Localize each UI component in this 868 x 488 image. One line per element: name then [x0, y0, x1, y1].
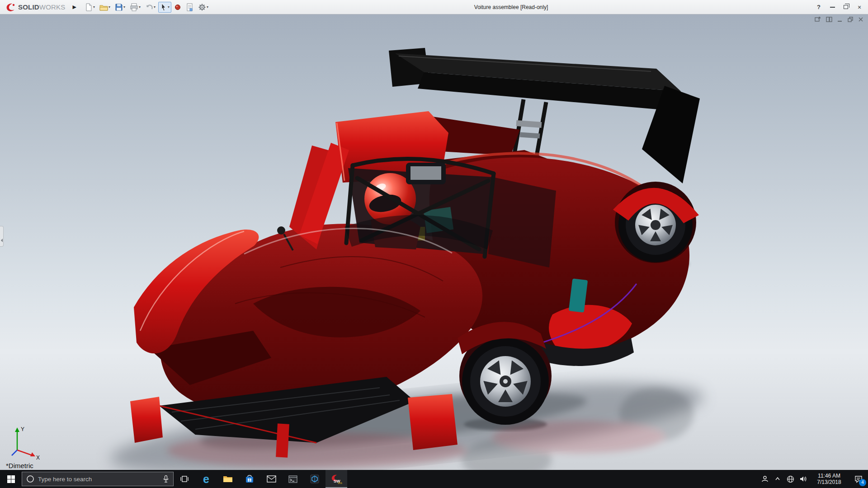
close-button[interactable]: ×: [853, 1, 866, 13]
file-explorer-icon: [223, 475, 233, 483]
search-input[interactable]: [38, 476, 159, 483]
show-hidden-icons-button[interactable]: [771, 470, 784, 488]
tile-window-icon: [826, 17, 832, 22]
dropdown-caret[interactable]: ▾: [154, 5, 156, 9]
cortana-icon: [26, 475, 34, 483]
view-orientation-label: *Dimetric: [6, 462, 33, 469]
select-button[interactable]: ▾: [158, 2, 171, 13]
dropdown-caret[interactable]: ▾: [168, 5, 170, 9]
network-button[interactable]: [784, 470, 797, 488]
console-window-icon: [288, 475, 297, 483]
taskbar-app-console[interactable]: [282, 470, 304, 488]
record-button[interactable]: [172, 2, 183, 12]
taskbar-app-mail[interactable]: [260, 470, 282, 488]
chevron-up-icon: [774, 476, 781, 482]
standard-toolbar: ▾ ▾ ▾: [83, 2, 210, 13]
open-button[interactable]: ▾: [98, 2, 112, 13]
dropdown-caret[interactable]: ▾: [108, 5, 110, 9]
solidworks-logo: SOLIDWORKS: [2, 3, 69, 12]
window-controls: ? ×: [812, 1, 866, 13]
people-icon: [761, 475, 769, 483]
file-properties-button[interactable]: [184, 2, 195, 13]
edge-icon: e: [203, 474, 209, 485]
options-button[interactable]: ▾: [196, 2, 210, 13]
triad-y-label: Y: [21, 426, 24, 432]
print-button[interactable]: ▾: [128, 2, 142, 13]
sw-year: 2017: [338, 482, 342, 484]
clock-time: 11:46 AM: [818, 473, 840, 479]
panel-collapse-handle[interactable]: [0, 226, 4, 247]
save-button[interactable]: ▾: [113, 2, 127, 13]
clock-date: 7/13/2018: [817, 479, 841, 485]
mail-icon: [267, 475, 276, 483]
dropdown-caret[interactable]: ▾: [93, 5, 95, 9]
select-cursor-icon: [160, 3, 167, 11]
cad-app-icon: [310, 474, 319, 483]
taskbar-app-file-explorer[interactable]: [217, 470, 239, 488]
minimize-icon: [830, 7, 835, 8]
action-center-button[interactable]: 4: [849, 470, 868, 488]
taskbar-app-solidworks[interactable]: SW 2017: [326, 470, 347, 488]
options-gear-icon: [198, 3, 206, 11]
dassault-logo-icon: [5, 3, 16, 12]
volume-button[interactable]: [797, 470, 809, 488]
file-properties-icon: [186, 3, 193, 11]
solidworks-window: SOLIDWORKS ▶ ▾ ▾: [0, 0, 868, 488]
float-window-button[interactable]: [815, 17, 821, 23]
open-folder-icon: [99, 3, 108, 11]
new-document-button[interactable]: ▾: [83, 2, 97, 13]
print-icon: [130, 3, 138, 11]
taskbar-app-edge[interactable]: e: [195, 470, 217, 488]
doc-minimize-icon: [837, 17, 843, 22]
network-icon: [787, 475, 794, 483]
volume-icon: [799, 475, 807, 483]
doc-restore-icon: [848, 17, 853, 22]
microphone-icon[interactable]: [163, 475, 169, 483]
doc-restore-button[interactable]: [848, 17, 853, 23]
task-view-button[interactable]: [174, 470, 195, 488]
windows-logo-icon: [7, 475, 15, 483]
doc-close-icon: [858, 17, 863, 22]
restore-icon: [844, 5, 848, 9]
doc-close-button[interactable]: [858, 17, 863, 23]
taskbar-search[interactable]: [22, 472, 174, 486]
task-view-icon: [180, 475, 189, 483]
float-window-icon: [815, 17, 821, 22]
model-canvas[interactable]: [0, 14, 868, 470]
new-document-icon: [85, 3, 93, 11]
triad-x-label: X: [36, 455, 40, 460]
save-icon: [115, 3, 123, 11]
dropdown-caret[interactable]: ▾: [123, 5, 125, 9]
undo-icon: [145, 3, 153, 11]
doc-minimize-button[interactable]: [837, 17, 843, 23]
brand-text: SOLIDWORKS: [18, 3, 66, 11]
people-button[interactable]: [759, 470, 771, 488]
reference-triad: Y X: [7, 424, 42, 460]
document-window-controls: [815, 17, 863, 23]
undo-button[interactable]: ▾: [143, 2, 157, 13]
minimize-button[interactable]: [826, 1, 839, 13]
restore-button[interactable]: [839, 1, 853, 13]
windows-taskbar: e: [0, 470, 868, 488]
graphics-viewport[interactable]: Y X *Dimetric: [0, 14, 868, 470]
toolbar-flyout-button[interactable]: ▶: [69, 4, 80, 10]
solidworks-app-icon: SW 2017: [330, 474, 342, 484]
dropdown-caret[interactable]: ▾: [139, 5, 141, 9]
window-title: Voiture assemblee [Read-only]: [210, 4, 812, 10]
tile-window-button[interactable]: [826, 17, 832, 23]
start-button[interactable]: [0, 470, 22, 488]
taskbar-app-cad-viewer[interactable]: [304, 470, 326, 488]
system-tray: 11:46 AM 7/13/2018 4: [759, 470, 868, 488]
store-icon: [245, 474, 254, 483]
taskbar-app-store[interactable]: [239, 470, 260, 488]
dropdown-caret[interactable]: ▾: [207, 5, 208, 9]
taskbar-clock[interactable]: 11:46 AM 7/13/2018: [809, 470, 849, 488]
title-bar: SOLIDWORKS ▶ ▾ ▾: [0, 0, 868, 14]
notification-badge: 4: [859, 479, 866, 486]
record-dot-icon: [174, 4, 181, 11]
help-button[interactable]: ?: [812, 1, 826, 13]
